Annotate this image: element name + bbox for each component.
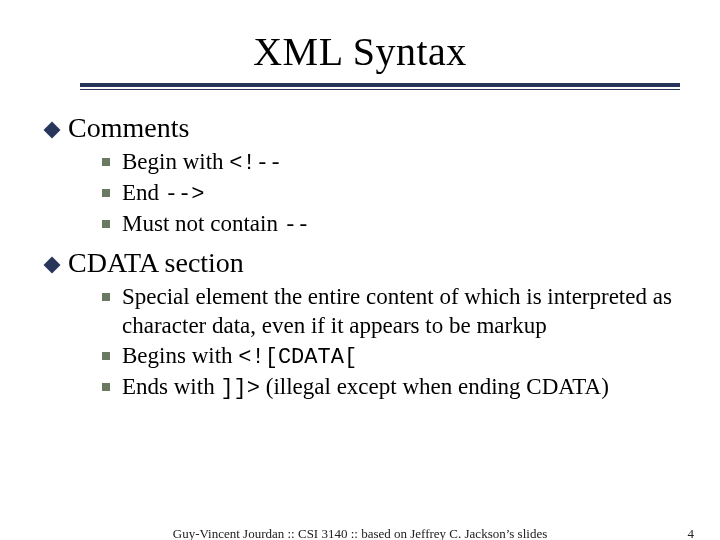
bullet-cdata: CDATA section [46,247,680,279]
square-icon [102,383,110,391]
list-item: Begins with <![CDATA[ [102,342,680,372]
list-item-text: Begin with <!-- [122,148,282,178]
rule-thick [80,83,680,87]
rule-thin [80,89,680,90]
list-item: End --> [102,179,680,209]
bullet-comments: Comments [46,112,680,144]
sublist-cdata: Special element the entire content of wh… [46,283,680,403]
slide-title: XML Syntax [40,28,680,75]
sublist-comments: Begin with <!-- End --> Must not contain… [46,148,680,239]
list-item: Special element the entire content of wh… [102,283,680,341]
list-item: Must not contain -- [102,210,680,240]
list-item-text: Begins with <![CDATA[ [122,342,357,372]
square-icon [102,189,110,197]
list-item-text: End --> [122,179,204,209]
footer-text: Guy-Vincent Jourdan :: CSI 3140 :: based… [173,526,548,540]
diamond-icon [44,257,61,274]
list-item: Begin with <!-- [102,148,680,178]
content: Comments Begin with <!-- End --> Must no… [40,112,680,403]
square-icon [102,220,110,228]
list-item-text: Ends with ]]> (illegal except when endin… [122,373,609,403]
bullet-heading: Comments [68,112,189,144]
title-underline [40,83,680,90]
list-item-text: Special element the entire content of wh… [122,283,680,341]
title-wrap: XML Syntax [40,28,680,75]
square-icon [102,352,110,360]
bullet-heading: CDATA section [68,247,244,279]
slide: XML Syntax Comments Begin with <!-- End … [0,0,720,540]
square-icon [102,293,110,301]
page-number: 4 [688,526,695,540]
square-icon [102,158,110,166]
list-item-text: Must not contain -- [122,210,310,240]
list-item: Ends with ]]> (illegal except when endin… [102,373,680,403]
diamond-icon [44,122,61,139]
